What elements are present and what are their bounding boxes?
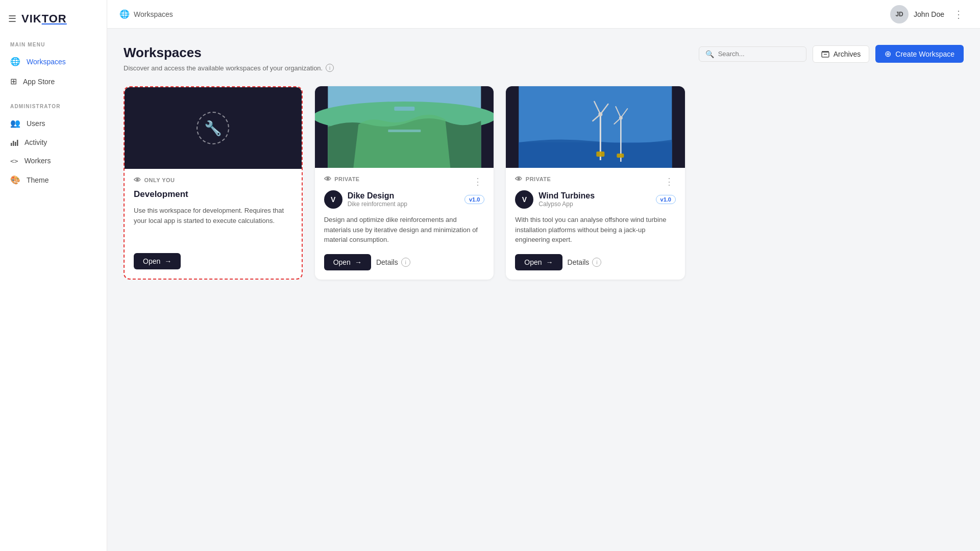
page-header-left: Workspaces Discover and access the avail…	[124, 45, 334, 72]
open-arrow-dike: →	[355, 258, 362, 266]
open-label-dike: Open	[333, 258, 351, 266]
open-label-wind: Open	[524, 258, 542, 266]
svg-rect-5	[822, 51, 829, 53]
card-actions-development: Open →	[134, 253, 292, 269]
search-input[interactable]	[718, 50, 800, 58]
page-subtitle: Discover and access the available worksp…	[124, 64, 334, 72]
logo-area: ☰ VIKTOR	[0, 8, 107, 38]
card-title-row-dike: 👁 PRIVATE ⋮	[324, 175, 485, 188]
details-label-wind: Details	[568, 258, 590, 266]
topbar-more-button[interactable]: ⋮	[949, 6, 968, 22]
app-sub-wind: Calypso App	[538, 201, 595, 208]
user-name: John Doe	[914, 10, 944, 18]
admin-label: ADMINISTRATOR	[0, 99, 107, 113]
logo: VIKTOR	[21, 12, 67, 26]
open-arrow-wind: →	[546, 258, 553, 266]
create-workspace-button[interactable]: ⊕ Create Workspace	[875, 45, 964, 63]
visibility-label-development: ONLY YOU	[144, 177, 175, 183]
dev-wrench-icon: 🔧	[197, 112, 229, 144]
card-actions-wind: Open → Details i	[515, 254, 676, 270]
visibility-label-wind: PRIVATE	[526, 176, 551, 182]
svg-rect-24	[597, 152, 605, 157]
app-store-icon: ⊞	[10, 77, 17, 86]
workers-icon: <>	[10, 157, 18, 165]
activity-icon	[10, 138, 18, 146]
card-title-row-wind: 👁 PRIVATE ⋮	[515, 175, 676, 188]
app-avatar-wind: V	[515, 190, 533, 209]
svg-rect-10	[394, 107, 414, 111]
card-body-development: 👁 ONLY YOU Development Use this workspac…	[125, 169, 302, 279]
sidebar-item-users[interactable]: 👥 Users	[0, 113, 107, 133]
details-button-dike[interactable]: Details i	[376, 258, 410, 267]
sidebar-item-activity[interactable]: Activity	[0, 133, 107, 152]
open-button-wind[interactable]: Open →	[515, 254, 562, 270]
card-body-dike-design: 👁 PRIVATE ⋮ V Dike Design Dike reinforcm…	[315, 168, 494, 280]
topbar-user-area: JD John Doe ⋮	[890, 5, 968, 23]
card-app-row-wind: V Wind Turbines Calypso App v1.0	[515, 190, 676, 209]
details-info-icon-wind: i	[592, 258, 601, 267]
card-desc-development: Use this workspace for development. Requ…	[134, 206, 292, 244]
workspace-card-dike-design: 👁 PRIVATE ⋮ V Dike Design Dike reinforcm…	[315, 86, 494, 280]
card-desc-wind: With this tool you can analyse offshore …	[515, 215, 676, 245]
page-header: Workspaces Discover and access the avail…	[124, 45, 964, 72]
page-header-right: 🔍 Archives ⊕ Create Workspace	[699, 45, 964, 63]
sidebar-item-workspaces[interactable]: 🌐 Workspaces	[0, 52, 107, 71]
details-button-wind[interactable]: Details i	[568, 258, 602, 267]
sidebar-item-theme[interactable]: 🎨 Theme	[0, 170, 107, 190]
open-button-dike[interactable]: Open →	[324, 254, 371, 270]
page-subtitle-text: Discover and access the available worksp…	[124, 64, 323, 72]
card-desc-dike: Design and optimize dike reinforcements …	[324, 215, 485, 245]
sidebar-item-workers-label: Workers	[24, 157, 51, 165]
wind-more-button[interactable]: ⋮	[663, 176, 676, 187]
app-info-wind: Wind Turbines Calypso App	[538, 191, 595, 208]
sidebar-item-app-store-label: App Store	[23, 78, 55, 86]
sidebar: ☰ VIKTOR MAIN MENU 🌐 Workspaces ⊞ App St…	[0, 0, 107, 551]
sidebar-item-workspaces-label: Workspaces	[27, 58, 66, 66]
card-image-development: 🔧	[125, 87, 302, 169]
avatar: JD	[890, 5, 909, 23]
breadcrumb: 🌐 Workspaces	[119, 9, 886, 19]
breadcrumb-label: Workspaces	[134, 10, 173, 18]
svg-rect-0	[11, 143, 12, 146]
app-sub-dike: Dike reinforcment app	[348, 201, 407, 208]
sidebar-item-app-store[interactable]: ⊞ App Store	[0, 71, 107, 91]
visibility-label-dike: PRIVATE	[334, 176, 360, 182]
app-name-wind: Wind Turbines	[538, 191, 595, 201]
eye-icon-development: 👁	[134, 176, 141, 184]
card-title-development: Development	[134, 189, 292, 199]
subtitle-info-icon[interactable]: i	[326, 64, 334, 72]
dike-more-button[interactable]: ⋮	[471, 176, 484, 187]
sidebar-item-users-label: Users	[27, 119, 45, 128]
create-label: Create Workspace	[895, 50, 954, 58]
open-button-development[interactable]: Open →	[134, 253, 181, 269]
workspace-card-development: 🔧 👁 ONLY YOU Development Use this worksp…	[124, 86, 303, 280]
main-menu-label: MAIN MENU	[0, 38, 107, 52]
card-actions-dike: Open → Details i	[324, 254, 485, 270]
sidebar-item-workers[interactable]: <> Workers	[0, 152, 107, 170]
version-badge-wind: v1.0	[656, 195, 676, 204]
hamburger-icon[interactable]: ☰	[8, 13, 16, 24]
app-avatar-dike: V	[324, 190, 342, 209]
users-icon: 👥	[10, 118, 20, 128]
sidebar-item-activity-label: Activity	[24, 138, 47, 146]
card-visibility-dike: 👁 PRIVATE	[324, 175, 360, 183]
svg-rect-1	[13, 141, 14, 146]
version-badge-dike: v1.0	[464, 195, 484, 204]
breadcrumb-icon: 🌐	[119, 9, 130, 19]
create-plus-icon: ⊕	[885, 49, 891, 59]
workspace-card-wind-turbines: 👁 PRIVATE ⋮ V Wind Turbines Calypso App …	[506, 86, 685, 280]
topbar: 🌐 Workspaces JD John Doe ⋮	[107, 0, 980, 29]
card-image-wind-turbines	[506, 86, 685, 168]
workspaces-icon: 🌐	[10, 57, 20, 66]
search-icon: 🔍	[705, 50, 714, 58]
search-box: 🔍	[699, 46, 806, 62]
page-content: Workspaces Discover and access the avail…	[107, 29, 980, 551]
svg-rect-3	[17, 140, 18, 146]
details-label-dike: Details	[376, 258, 398, 266]
archives-button[interactable]: Archives	[813, 45, 870, 63]
app-name-dike: Dike Design	[348, 191, 407, 201]
open-label-development: Open	[143, 257, 160, 265]
svg-rect-2	[15, 142, 16, 146]
svg-rect-11	[388, 130, 421, 132]
archives-label: Archives	[834, 50, 861, 58]
